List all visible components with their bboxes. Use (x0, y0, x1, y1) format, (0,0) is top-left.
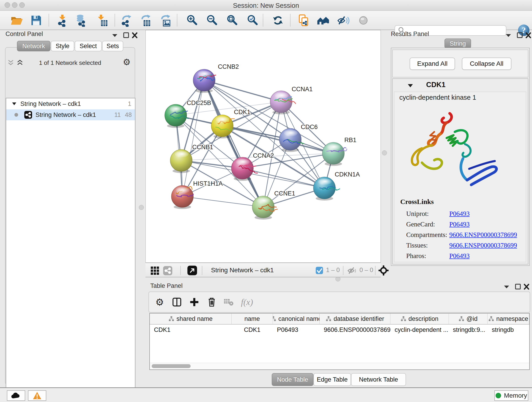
import-table-file-icon[interactable] (96, 14, 109, 27)
network-edge-HIST1H1A-CCNE1[interactable] (182, 196, 263, 207)
grid-view-icon[interactable] (151, 266, 159, 275)
tab-string[interactable]: String (444, 38, 471, 49)
crosslink-row: Uniprot:P06493 (406, 208, 517, 219)
tab-select[interactable]: Select (75, 41, 102, 51)
horizontal-scrollbar[interactable] (150, 363, 529, 370)
clone-network-icon[interactable] (297, 14, 310, 27)
column-header-name[interactable]: name (232, 313, 273, 324)
tissues-link[interactable]: 9606.ENSP00000378699 (449, 242, 517, 249)
string-network-graph[interactable]: CCNB2CCNA1CDC25BCDK1CDC6RB1CCNB1CCNA2CDK… (146, 30, 380, 262)
cell-canonical-name[interactable]: P06493 (273, 325, 320, 335)
crosslink-row: GeneCard:P06493 (406, 219, 517, 230)
table-row[interactable]: CDK1CDK1P064939606.ENSP00000378699cyclin… (150, 325, 529, 335)
column-header-namespace[interactable]: namespace (488, 313, 529, 324)
zoom-selected-icon[interactable] (246, 14, 259, 27)
show-graphics-details-icon[interactable] (357, 14, 370, 27)
network-tree: String Network – cdk1 1 String Network –… (6, 98, 135, 402)
cell-namespace[interactable]: stringdb (488, 325, 529, 335)
network-node-CCNA1[interactable]: CCNA1 (270, 86, 313, 114)
uniprot-link[interactable]: P06493 (449, 210, 470, 217)
main-toolbar: ? (0, 11, 532, 30)
hide-graphics-details-icon[interactable] (337, 14, 350, 27)
column-header-canonical-name[interactable]: canonical name (273, 313, 320, 324)
column-header-shared-name[interactable]: shared name (150, 313, 232, 324)
zoom-out-icon[interactable] (206, 14, 218, 27)
column-header-description[interactable]: description (390, 313, 449, 324)
cell-name[interactable]: CDK1 (232, 325, 273, 335)
function-builder-icon[interactable]: f(x) (241, 297, 253, 307)
scrollbar-thumb[interactable] (152, 364, 191, 368)
zoom-fit-content-icon[interactable] (226, 14, 239, 27)
network-selection-status: 1 of 1 Network selected (5, 59, 135, 66)
column-header-database-identifier[interactable]: database identifier (320, 313, 390, 324)
close-panel-icon[interactable] (522, 283, 531, 291)
network-node-CCNB1[interactable]: CCNB1 (170, 144, 213, 173)
export-image-icon[interactable] (159, 14, 172, 27)
expand-all-button[interactable]: Expand All (410, 57, 455, 70)
genecard-link[interactable]: P06493 (449, 220, 470, 228)
export-table-icon[interactable] (140, 14, 152, 27)
tab-sets[interactable]: Sets (102, 41, 123, 51)
network-node-HIST1H1A[interactable]: HIST1H1A (171, 180, 223, 209)
network-collection-row[interactable]: String Network – cdk1 1 (6, 98, 135, 109)
warning-icon (32, 391, 42, 400)
export-network-icon[interactable] (120, 14, 133, 27)
tab-node-table[interactable]: Node Table (272, 373, 313, 386)
shared-column-icon (459, 316, 464, 322)
memory-button[interactable]: Memory (494, 390, 528, 401)
import-network-database-icon[interactable] (75, 14, 88, 27)
network-row-selected[interactable]: String Network – cdk1 11 48 (6, 109, 135, 120)
maximize-panel-icon[interactable] (515, 32, 524, 39)
window-title: Session: New Session (0, 2, 532, 9)
tab-style[interactable]: Style (51, 41, 74, 51)
maximize-panel-icon[interactable] (513, 283, 522, 291)
column-header-@id[interactable]: @id (449, 313, 488, 324)
selected-checkbox-icon[interactable] (316, 267, 323, 274)
close-panel-icon[interactable] (524, 32, 532, 39)
zoom-in-icon[interactable] (186, 14, 198, 27)
collapse-all-button[interactable]: Collapse All (462, 57, 511, 70)
gene-description: cyclin-dependent kinase 1 (399, 94, 476, 101)
float-panel-icon[interactable] (502, 283, 511, 291)
network-node-CDKN1A[interactable]: CDKN1A (313, 171, 360, 201)
close-panel-icon[interactable] (130, 32, 139, 39)
cell-@id[interactable]: stringdb:9... (449, 325, 488, 335)
tab-network[interactable]: Network (17, 41, 51, 51)
toolbar-separator (290, 14, 291, 26)
network-edge-CCNB2-HIST1H1A[interactable] (182, 80, 204, 196)
open-session-icon[interactable] (10, 14, 23, 27)
home-icon[interactable] (317, 14, 330, 27)
network-view-canvas[interactable]: CCNB2CCNA1CDC25BCDK1CDC6RB1CCNB1CCNA2CDK… (146, 30, 381, 263)
cloud-button[interactable] (7, 390, 25, 401)
compartments-link[interactable]: 9606.ENSP00000378699 (449, 231, 517, 238)
collapse-gene-icon[interactable] (407, 83, 413, 88)
warnings-button[interactable] (28, 390, 46, 401)
network-edge-CCNB2-CCNA1[interactable] (204, 80, 281, 102)
birds-eye-view-icon[interactable] (187, 265, 197, 275)
tab-edge-table[interactable]: Edge Table (313, 373, 351, 386)
add-column-icon[interactable] (189, 297, 200, 307)
tree-expand-icon[interactable] (12, 102, 17, 106)
network-options-gear-icon[interactable]: ⚙ (123, 57, 131, 67)
network-node-RB1[interactable]: RB1 (322, 137, 356, 166)
delete-column-icon[interactable] (206, 297, 217, 307)
table-gear-icon[interactable]: ⚙ (155, 297, 164, 308)
cell-description[interactable]: cyclin-dependent ... (390, 325, 449, 335)
pharos-link[interactable]: P06493 (449, 252, 470, 259)
maximize-panel-icon[interactable] (121, 32, 131, 39)
tab-network-table[interactable]: Network Table (351, 373, 406, 386)
cell-shared-name[interactable]: CDK1 (150, 325, 232, 335)
cell-database-identifier[interactable]: 9606.ENSP00000378699 (320, 325, 390, 335)
network-node-CCNE1[interactable]: CCNE1 (252, 190, 295, 220)
network-share-view-icon[interactable] (163, 266, 172, 275)
float-panel-icon[interactable] (504, 32, 513, 39)
refresh-icon[interactable] (272, 14, 284, 27)
split-columns-icon[interactable] (171, 297, 182, 307)
save-session-icon[interactable] (30, 14, 43, 27)
import-network-file-icon[interactable] (56, 14, 69, 27)
float-panel-icon[interactable] (110, 32, 120, 39)
vertical-splitter-handle[interactable] (139, 205, 144, 210)
clear-table-icon[interactable] (223, 297, 234, 307)
network-edge-CCNA2-CDKN1A[interactable] (242, 168, 324, 188)
node-label-HIST1H1A: HIST1H1A (193, 180, 223, 187)
